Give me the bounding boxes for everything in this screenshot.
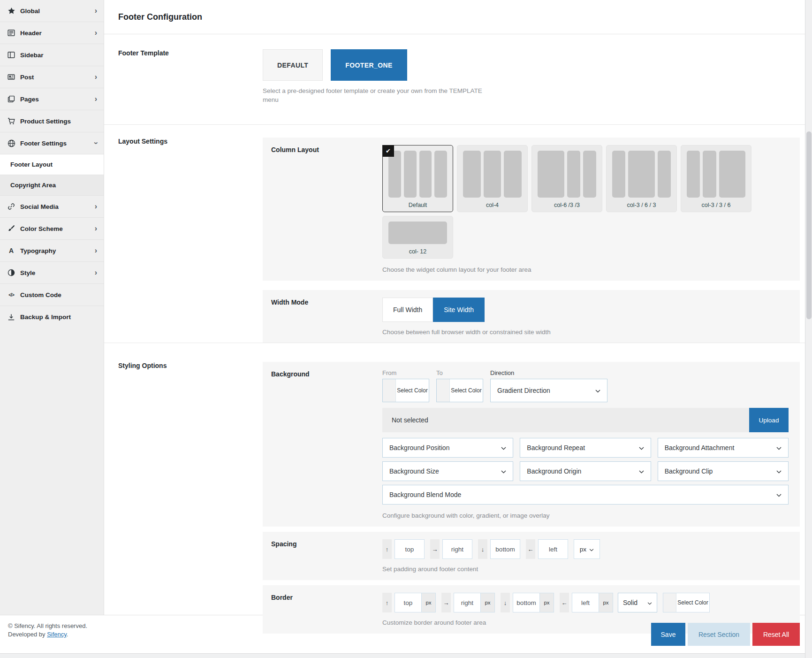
globe-icon [7,139,15,147]
spacing-right-input[interactable] [442,539,472,559]
chevron-right-icon: › [95,247,97,254]
sidebar-item-sidebar[interactable]: Sidebar [0,44,104,66]
template-default-button[interactable]: DEFAULT [263,49,323,81]
sidebar-item-product-settings[interactable]: Product Settings [0,110,104,132]
color-swatch [663,593,676,612]
column-option-col-4[interactable]: col-4 [457,145,528,212]
column-option-default[interactable]: ✔ Default [382,145,453,212]
spacing-left-input[interactable] [538,539,568,559]
chevron-right-icon: › [95,269,97,276]
column-preview [388,151,447,198]
sidebar-item-header[interactable]: Header › [0,22,104,44]
spacing-bottom-input[interactable] [490,539,520,559]
background-origin-select[interactable]: Background Origin [520,461,651,481]
chevron-down-icon [639,467,644,475]
developed-by-text: Developed by Sifency. [8,630,87,639]
column-layout-options: ✔ Default col-4 col-6 [382,145,762,259]
save-button[interactable]: Save [651,623,685,646]
gradient-direction-select[interactable]: Gradient Direction [490,379,607,402]
background-size-select[interactable]: Background Size [382,461,513,481]
section-styling-options: Styling Options Background From Se [104,343,812,615]
border-left-unit: px [599,593,613,612]
styling-options-label: Styling Options [118,362,263,634]
chevron-down-icon [776,491,782,498]
column-layout-description: Choose the widget column layout for your… [382,265,789,274]
sidebar-item-pages[interactable]: Pages › [0,88,104,110]
sidebar-icon [7,51,15,59]
arrow-up-icon: ↑ [382,593,392,612]
post-icon [7,73,15,81]
typography-icon: A [7,246,15,255]
template-footer-one-button[interactable]: FOOTER_ONE [331,49,407,81]
border-top-input[interactable] [395,593,422,612]
border-right-input[interactable] [454,593,481,612]
border-color-picker[interactable]: Select Color [663,593,710,612]
spacing-unit-select[interactable]: px [574,539,600,559]
column-preview [687,151,745,198]
spacing-panel: Spacing ↑ → ↓ [263,532,800,580]
page-title: Footer Configuration [118,12,202,22]
chevron-right-icon: › [95,203,97,210]
arrow-down-icon: ↓ [478,539,487,559]
background-panel: Background From Select Color [263,362,800,527]
spacing-top-input[interactable] [395,539,425,559]
arrow-left-icon: ← [560,593,569,612]
footer-actions: Save Reset Section Reset All [651,623,800,653]
sidebar-item-color-scheme[interactable]: Color Scheme › [0,218,104,240]
column-preview [388,222,447,244]
upload-button[interactable]: Upload [749,408,789,432]
chevron-right-icon: › [95,225,97,232]
copyright-text: © Sifency. All rights reserved. [8,622,87,630]
full-width-button[interactable]: Full Width [382,298,433,322]
chevron-down-icon: › [92,142,99,144]
background-clip-select[interactable]: Background Clip [658,461,789,481]
cart-icon [7,117,15,125]
footer-template-label: Footer Template [118,49,263,124]
background-repeat-select[interactable]: Background Repeat [520,438,651,458]
reset-section-button[interactable]: Reset Section [688,623,750,646]
gradient-from-color-picker[interactable]: Select Color [382,379,429,402]
column-layout-panel: Column Layout ✔ Default col-4 [263,138,800,281]
chevron-down-icon [776,467,782,475]
border-style-select[interactable]: Solid [618,593,657,612]
site-width-button[interactable]: Site Width [433,298,485,322]
sidebar-item-footer-settings[interactable]: Footer Settings › [0,132,104,154]
chevron-right-icon: › [95,95,97,103]
column-preview [538,151,596,198]
sidebar-item-style[interactable]: Style › [0,262,104,284]
contrast-icon [7,268,15,277]
column-preview [463,151,522,198]
scrollbar-thumb[interactable] [806,131,812,319]
developer-link[interactable]: Sifency [47,631,67,638]
sidebar-subitem-footer-layout[interactable]: Footer Layout [0,154,104,175]
reset-all-button[interactable]: Reset All [752,623,800,646]
sidebar-subitem-copyright-area[interactable]: Copyright Area [0,175,104,196]
background-position-select[interactable]: Background Position [382,438,513,458]
bottom-strip [0,653,812,658]
page: Global › Header › Sidebar Po [0,0,812,658]
background-attachment-select[interactable]: Background Attachment [658,438,789,458]
main-content: Footer Configuration Footer Template DEF… [104,0,812,615]
top-area: Global › Header › Sidebar Po [0,0,812,615]
sidebar-item-typography[interactable]: A Typography › [0,240,104,262]
sidebar-item-custom-code[interactable]: </> Custom Code [0,284,104,306]
column-preview [612,151,671,198]
border-left-input[interactable] [572,593,599,612]
section-footer-template: Footer Template DEFAULT FOOTER_ONE Selec… [104,34,812,124]
sidebar-item-social-media[interactable]: Social Media › [0,196,104,218]
border-bottom-input[interactable] [513,593,540,612]
background-blend-mode-select[interactable]: Background Blend Mode [382,485,789,505]
column-option-col-3-3-6[interactable]: col-3 / 3 / 6 [681,145,751,212]
chevron-down-icon [501,444,506,451]
border-label: Border [271,593,382,627]
gradient-to-color-picker[interactable]: Select Color [436,379,483,402]
column-option-col-6-3-3[interactable]: col-6 /3 /3 [531,145,602,212]
column-option-col-12[interactable]: col- 12 [382,216,453,259]
vertical-scrollbar [805,0,812,658]
column-option-col-3-6-3[interactable]: col-3 / 6 / 3 [606,145,677,212]
check-icon: ✔ [382,145,394,157]
sidebar-item-global[interactable]: Global › [0,0,104,22]
brush-icon [7,224,15,233]
sidebar-item-post[interactable]: Post › [0,66,104,88]
sidebar-item-backup-import[interactable]: Backup & Import [0,306,104,328]
